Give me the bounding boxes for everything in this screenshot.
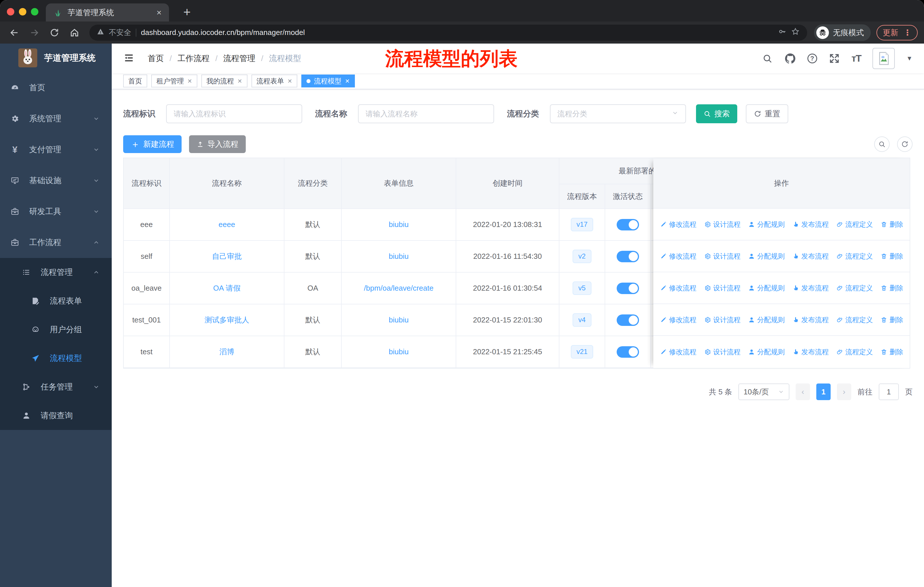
active-state-toggle[interactable] — [617, 251, 639, 262]
action-流程定义[interactable]: 流程定义 — [837, 347, 873, 357]
import-model-button[interactable]: 导入流程 — [189, 135, 246, 153]
bookmark-star-icon[interactable] — [791, 27, 800, 38]
sidebar-item-流程表单[interactable]: 流程表单 — [0, 287, 112, 315]
action-修改流程[interactable]: 修改流程 — [660, 220, 696, 229]
action-修改流程[interactable]: 修改流程 — [660, 347, 696, 357]
key-icon[interactable] — [778, 27, 787, 38]
security-label[interactable]: 不安全 — [109, 28, 131, 38]
action-流程定义[interactable]: 流程定义 — [837, 220, 873, 229]
refresh-icon[interactable] — [897, 136, 912, 152]
filter-id-input[interactable] — [166, 104, 302, 123]
reset-button[interactable]: 重置 — [746, 104, 788, 123]
sidebar-item-系统管理[interactable]: 系统管理 — [0, 103, 112, 134]
close-icon[interactable]: ✕ — [287, 78, 292, 84]
browser-update-button[interactable]: 更新 ⋮ — [876, 25, 918, 40]
model-name-link[interactable]: 滔博 — [219, 347, 234, 356]
filter-category-select[interactable]: 流程分类 — [550, 104, 686, 123]
action-删除[interactable]: 删除 — [881, 315, 903, 324]
help-icon[interactable]: ? — [807, 54, 817, 63]
sidebar-item-研发工具[interactable]: 研发工具 — [0, 196, 112, 227]
update-label[interactable]: 更新 — [883, 28, 898, 38]
close-window-button[interactable] — [7, 8, 14, 15]
tag-流程表单[interactable]: 流程表单✕ — [251, 74, 298, 88]
tag-首页[interactable]: 首页 — [123, 74, 147, 88]
action-分配规则[interactable]: 分配规则 — [748, 347, 785, 357]
back-icon[interactable] — [6, 25, 22, 41]
sidebar-item-任务管理[interactable]: 任务管理 — [0, 373, 112, 401]
browser-tab[interactable]: 芋道管理系统 × — [46, 3, 169, 21]
tag-租户管理[interactable]: 租户管理✕ — [151, 74, 197, 88]
active-state-toggle[interactable] — [617, 283, 639, 294]
form-info-link[interactable]: biubiu — [389, 252, 408, 261]
action-修改流程[interactable]: 修改流程 — [660, 315, 696, 324]
hide-search-icon[interactable] — [874, 136, 889, 152]
create-model-button[interactable]: ＋ 新建流程 — [123, 135, 182, 153]
font-size-icon[interactable]: тT — [851, 53, 861, 64]
browser-menu-icon[interactable]: ⋮ — [903, 28, 911, 37]
action-设计流程[interactable]: 设计流程 — [704, 283, 741, 293]
sidebar-item-首页[interactable]: 首页 — [0, 72, 112, 103]
sidebar-item-流程管理[interactable]: 流程管理 — [0, 258, 112, 287]
action-分配规则[interactable]: 分配规则 — [748, 220, 785, 229]
action-删除[interactable]: 删除 — [881, 251, 903, 261]
model-name-link[interactable]: eeee — [219, 220, 235, 229]
sidebar-item-用户分组[interactable]: 用户分组 — [0, 315, 112, 344]
current-page-button[interactable]: 1 — [816, 384, 831, 400]
action-分配规则[interactable]: 分配规则 — [748, 283, 785, 293]
action-修改流程[interactable]: 修改流程 — [660, 283, 696, 293]
sidebar-item-基础设施[interactable]: 基础设施 — [0, 165, 112, 196]
address-bar[interactable]: 不安全 dashboard.yudao.iocoder.cn/bpm/manag… — [89, 25, 807, 41]
action-流程定义[interactable]: 流程定义 — [837, 283, 873, 293]
warning-triangle-icon[interactable] — [97, 28, 104, 37]
model-name-link[interactable]: OA 请假 — [213, 284, 240, 293]
filter-name-input[interactable] — [358, 104, 494, 123]
minimize-window-button[interactable] — [19, 8, 26, 15]
action-删除[interactable]: 删除 — [881, 347, 903, 357]
user-menu-caret-icon[interactable]: ▼ — [906, 55, 912, 62]
home-icon[interactable] — [66, 25, 82, 41]
sidebar-item-请假查询[interactable]: 请假查询 — [0, 401, 112, 430]
sidebar-collapse-icon[interactable] — [123, 52, 136, 65]
action-删除[interactable]: 删除 — [881, 283, 903, 293]
action-发布流程[interactable]: 发布流程 — [792, 283, 829, 293]
action-修改流程[interactable]: 修改流程 — [660, 251, 696, 261]
action-流程定义[interactable]: 流程定义 — [837, 251, 873, 261]
goto-page-input[interactable] — [879, 384, 899, 400]
url-text[interactable]: dashboard.yudao.iocoder.cn/bpm/manager/m… — [141, 28, 773, 37]
page-size-select[interactable]: 10条/页 — [738, 384, 789, 400]
action-发布流程[interactable]: 发布流程 — [792, 251, 829, 261]
active-state-toggle[interactable] — [617, 219, 639, 230]
active-state-toggle[interactable] — [617, 346, 639, 358]
action-发布流程[interactable]: 发布流程 — [792, 347, 829, 357]
sidebar-item-工作流程[interactable]: 工作流程 — [0, 227, 112, 258]
action-删除[interactable]: 删除 — [881, 220, 903, 229]
action-发布流程[interactable]: 发布流程 — [792, 315, 829, 324]
form-info-link[interactable]: biubiu — [389, 347, 408, 356]
model-name-link[interactable]: 自己审批 — [212, 252, 242, 261]
search-button[interactable]: 搜索 — [696, 104, 737, 123]
close-icon[interactable]: ✕ — [345, 78, 350, 84]
tag-流程模型[interactable]: 流程模型✕ — [301, 74, 355, 88]
fullscreen-icon[interactable] — [828, 53, 840, 64]
action-发布流程[interactable]: 发布流程 — [792, 220, 829, 229]
sidebar-item-流程模型[interactable]: 流程模型 — [0, 344, 112, 373]
zoom-window-button[interactable] — [31, 8, 38, 15]
form-info-link[interactable]: /bpm/oa/leave/create — [364, 284, 434, 293]
action-设计流程[interactable]: 设计流程 — [704, 315, 741, 324]
action-设计流程[interactable]: 设计流程 — [704, 220, 741, 229]
close-icon[interactable]: ✕ — [238, 78, 242, 84]
breadcrumb-item[interactable]: 工作流程 — [178, 53, 210, 64]
user-avatar[interactable] — [873, 48, 895, 69]
model-name-link[interactable]: 测试多审批人 — [205, 316, 249, 324]
new-tab-button[interactable]: + — [183, 6, 191, 18]
action-分配规则[interactable]: 分配规则 — [748, 251, 785, 261]
github-icon[interactable] — [784, 53, 796, 64]
sidebar-item-支付管理[interactable]: ¥支付管理 — [0, 134, 112, 165]
app-logo-row[interactable]: 芋道管理系统 — [0, 43, 112, 72]
form-info-link[interactable]: biubiu — [389, 220, 408, 229]
next-page-button[interactable]: › — [837, 384, 851, 400]
breadcrumb-item[interactable]: 流程管理 — [223, 53, 256, 64]
reload-icon[interactable] — [46, 25, 63, 41]
close-icon[interactable]: ✕ — [187, 78, 192, 84]
active-state-toggle[interactable] — [617, 314, 639, 326]
